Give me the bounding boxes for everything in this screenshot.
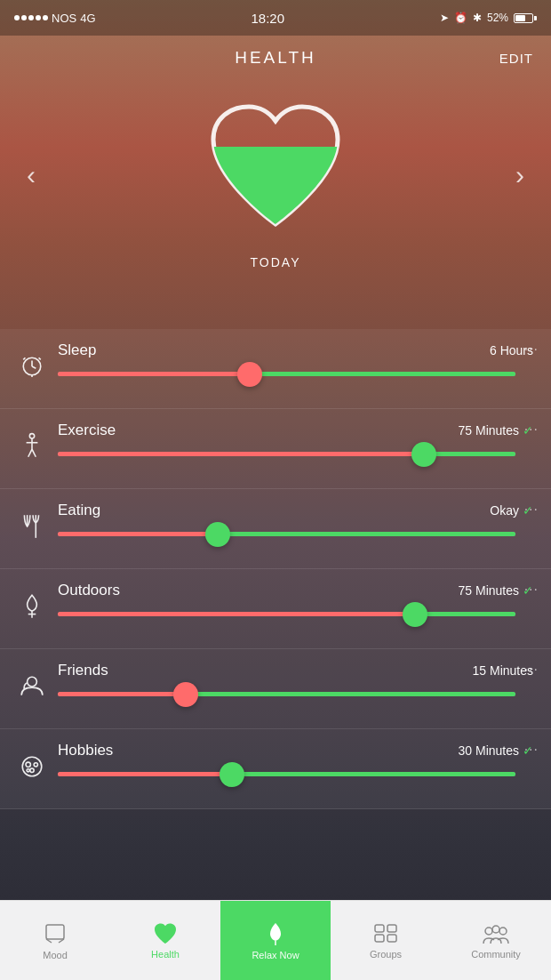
relax-icon	[264, 921, 287, 946]
metric-menu-eating[interactable]: ···	[524, 502, 539, 518]
metric-menu-outdoors[interactable]: ···	[524, 582, 539, 598]
friends-icon	[18, 674, 46, 704]
outdoors-name: Outdoors	[58, 582, 120, 599]
svg-point-16	[28, 677, 37, 687]
svg-point-17	[22, 757, 42, 776]
mood-icon	[43, 921, 68, 946]
metric-menu-sleep[interactable]: ···	[524, 341, 539, 357]
hobbies-value: 30 Minutes ✓	[459, 743, 533, 758]
nav-item-community[interactable]: Community	[441, 901, 551, 980]
eating-slider[interactable]	[58, 532, 515, 536]
exercise-icon	[18, 432, 46, 466]
next-arrow[interactable]: ›	[515, 160, 524, 190]
carrier-label: NOS	[52, 12, 76, 25]
svg-line-4	[23, 357, 25, 359]
relax-label: Relax Now	[252, 950, 299, 960]
location-icon: ➤	[440, 12, 449, 24]
prev-arrow[interactable]: ‹	[27, 160, 36, 190]
svg-point-30	[492, 926, 499, 933]
exercise-value: 75 Minutes ✓	[459, 423, 533, 438]
sleep-name: Sleep	[58, 341, 96, 359]
svg-line-11	[32, 449, 36, 457]
battery-percent: 52%	[487, 12, 508, 24]
today-label: TODAY	[251, 255, 301, 269]
hobbies-name: Hobbies	[58, 742, 113, 759]
outdoors-icon	[18, 593, 46, 625]
metric-menu-friends[interactable]: ···	[524, 662, 539, 678]
svg-point-20	[30, 768, 34, 772]
exercise-name: Exercise	[58, 422, 116, 439]
eating-icon	[18, 513, 46, 545]
signal-dots	[14, 15, 48, 20]
svg-line-10	[28, 449, 32, 457]
community-icon	[482, 922, 510, 945]
bluetooth-icon: ✱	[473, 12, 482, 24]
bottom-nav: Mood Health Relax Now Groups	[0, 900, 551, 980]
svg-line-3	[32, 366, 36, 368]
svg-rect-26	[387, 925, 396, 932]
sleep-icon	[18, 355, 46, 383]
status-right: ➤ ⏰ ✱ 52%	[440, 12, 537, 24]
svg-rect-22	[46, 925, 64, 939]
svg-point-19	[34, 762, 37, 766]
page-title: HEALTH	[235, 48, 316, 68]
metric-row-exercise: ··· Exercise 75 Minutes ✓	[0, 409, 551, 489]
nav-item-relax[interactable]: Relax Now	[220, 901, 331, 980]
hobbies-slider[interactable]	[58, 772, 515, 776]
friends-slider[interactable]	[58, 692, 515, 696]
metric-menu-hobbies[interactable]: ···	[524, 742, 539, 758]
eating-name: Eating	[58, 502, 100, 519]
metric-menu-exercise[interactable]: ···	[524, 422, 539, 438]
svg-line-5	[39, 357, 41, 359]
status-bar: NOS 4G 18:20 ➤ ⏰ ✱ 52%	[0, 0, 551, 36]
svg-rect-25	[375, 925, 384, 932]
svg-rect-27	[375, 935, 384, 942]
time-label: 18:20	[251, 11, 284, 26]
heart-health-indicator	[204, 95, 347, 237]
metric-row-friends: ··· Friends 15 Minutes	[0, 649, 551, 729]
metric-row-outdoors: ··· Outdoors 75 Minutes ✓	[0, 569, 551, 649]
nav-item-mood[interactable]: Mood	[0, 901, 110, 980]
nav-item-health[interactable]: Health	[110, 901, 220, 980]
alarm-icon: ⏰	[454, 12, 467, 24]
hobbies-icon	[18, 754, 46, 784]
svg-point-21	[27, 768, 29, 771]
svg-rect-0	[204, 147, 347, 236]
metric-row-hobbies: ··· Hobbies 30 Minutes ✓	[0, 729, 551, 809]
community-label: Community	[471, 949, 521, 960]
svg-point-29	[485, 928, 492, 935]
metric-row-sleep: ··· Sleep 6 Hours	[0, 329, 551, 409]
outdoors-value: 75 Minutes ✓	[459, 583, 533, 598]
groups-label: Groups	[370, 949, 402, 960]
page-header: HEALTH EDIT	[0, 36, 551, 80]
health-label: Health	[151, 949, 180, 960]
network-label: 4G	[80, 12, 95, 25]
status-left: NOS 4G	[14, 12, 96, 25]
mood-label: Mood	[43, 950, 68, 960]
svg-point-18	[26, 762, 30, 767]
svg-point-7	[29, 433, 34, 438]
svg-rect-28	[387, 935, 396, 942]
exercise-slider[interactable]	[58, 452, 515, 456]
metrics-list: ··· Sleep 6 Hours ···	[0, 329, 551, 900]
edit-button[interactable]: EDIT	[499, 51, 533, 66]
health-nav-icon	[153, 922, 178, 945]
outdoors-slider[interactable]	[58, 612, 515, 616]
sleep-slider[interactable]	[58, 372, 515, 376]
metric-row-eating: ··· Eating Okay ✓	[0, 489, 551, 569]
nav-item-groups[interactable]: Groups	[331, 901, 441, 980]
svg-point-31	[499, 928, 507, 935]
battery-icon	[514, 13, 537, 23]
groups-icon	[372, 922, 399, 945]
friends-name: Friends	[58, 662, 108, 679]
